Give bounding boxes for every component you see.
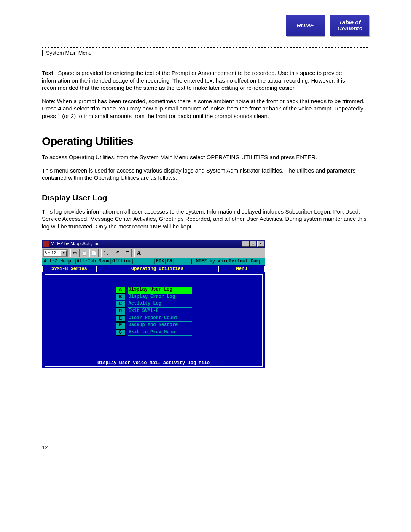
- toc-button[interactable]: Table of Contents: [330, 15, 369, 36]
- divider: [42, 47, 369, 48]
- menu-item-a[interactable]: ADisplay User Log: [116, 287, 192, 294]
- text-body: Space is provided for entering the text …: [42, 70, 345, 91]
- dos-header-right: Menu: [218, 266, 265, 273]
- maximize-button[interactable]: □: [250, 241, 256, 247]
- dos-screen: Alt-Z Help |Alt-Tab Menu|OffLine| |FDX|C…: [42, 258, 265, 368]
- toolbar-btn-5[interactable]: 🗗: [113, 249, 122, 257]
- text-label: Text: [42, 70, 53, 76]
- status-mid: |FDX|CR|: [153, 259, 175, 265]
- dos-header-center: Operating Utilities: [96, 266, 218, 273]
- menu-key: F: [116, 322, 126, 329]
- note-label: Note:: [42, 98, 56, 104]
- dos-menu: ADisplay User LogBDisplay Error LogCActi…: [116, 287, 192, 336]
- menu-label: Clear Report Count: [128, 315, 192, 322]
- home-button[interactable]: HOME: [286, 15, 325, 36]
- menu-key: G: [116, 329, 126, 336]
- heading-operating-utilities: Operating Utilities: [42, 135, 369, 148]
- status-right: | MTEZ by WordPerfect Corp: [190, 259, 261, 265]
- dropdown-arrow-icon: ▼: [61, 250, 67, 256]
- dos-footer: Display user voice mail activity log fil…: [42, 360, 265, 366]
- dos-statusbar: Alt-Z Help |Alt-Tab Menu|OffLine| |FDX|C…: [42, 258, 265, 265]
- text-paragraph: Text Space is provided for entering the …: [42, 69, 369, 92]
- para-access: To access Operating Utilities, from the …: [42, 153, 369, 161]
- top-nav: HOME Table of Contents: [42, 15, 369, 36]
- menu-key: A: [116, 287, 126, 294]
- menu-label: Display User Log: [128, 287, 192, 294]
- menu-key: D: [116, 308, 126, 315]
- app-icon: [43, 241, 49, 247]
- para-user-log: This log provides information on all use…: [42, 208, 369, 230]
- note-body: When a prompt has been recorded, sometim…: [42, 98, 365, 119]
- toolbar-paste-icon[interactable]: 📄: [89, 249, 99, 257]
- toolbar-copy-icon[interactable]: 📋: [80, 249, 89, 257]
- toolbar: 8 x 12 ▼ ▭ 📋 📄 ⛶ 🗗 🗖 A: [42, 248, 265, 258]
- menu-label: Display Error Log: [128, 294, 192, 301]
- toolbar-btn-1[interactable]: ▭: [70, 249, 80, 257]
- page-number: 12: [42, 444, 369, 451]
- titlebar: MTEZ by MagicSoft, Inc. _ □ ×: [42, 240, 265, 248]
- close-button[interactable]: ×: [257, 241, 264, 247]
- toolbar-font-icon[interactable]: A: [134, 249, 143, 257]
- menu-label: Backup And Restore: [128, 322, 192, 329]
- menu-item-d[interactable]: DExit SVMi-8: [116, 308, 192, 315]
- menu-item-f[interactable]: FBackup And Restore: [116, 322, 192, 329]
- titlebar-text: MTEZ by MagicSoft, Inc.: [51, 241, 241, 246]
- menu-item-e[interactable]: EClear Report Count: [116, 315, 192, 322]
- status-left: Alt-Z Help |Alt-Tab Menu|OffLine|: [44, 259, 134, 265]
- menu-key: B: [116, 294, 126, 301]
- menu-label: Activity Log: [128, 301, 192, 308]
- para-menu-desc: This menu screen is used for accessing v…: [42, 167, 369, 182]
- menu-key: E: [116, 315, 126, 322]
- menu-label: Exit to Prev Menu: [128, 329, 192, 336]
- dos-header: SVMi-8 Series Operating Utilities Menu: [42, 266, 265, 273]
- font-size-select[interactable]: 8 x 12 ▼: [43, 249, 68, 257]
- font-size-value: 8 x 12: [45, 251, 56, 255]
- menu-key: C: [116, 301, 126, 308]
- menu-item-c[interactable]: CActivity Log: [116, 301, 192, 308]
- heading-display-user-log: Display User Log: [42, 193, 369, 202]
- toolbar-btn-6[interactable]: 🗖: [123, 249, 132, 257]
- note-paragraph: Note: When a prompt has been recorded, s…: [42, 97, 369, 120]
- minimize-button[interactable]: _: [242, 241, 249, 247]
- dos-header-left: SVMi-8 Series: [42, 266, 96, 273]
- menu-item-b[interactable]: BDisplay Error Log: [116, 294, 192, 301]
- menu-item-g[interactable]: GExit to Prev Menu: [116, 329, 192, 336]
- menu-label: Exit SVMi-8: [128, 308, 192, 315]
- toolbar-btn-4[interactable]: ⛶: [101, 249, 110, 257]
- section-label: System Main Menu: [42, 50, 369, 56]
- terminal-window: MTEZ by MagicSoft, Inc. _ □ × 8 x 12 ▼ ▭…: [42, 240, 265, 368]
